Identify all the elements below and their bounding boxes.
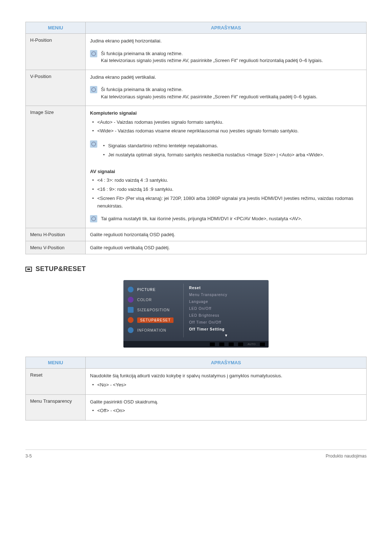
menu-desc: Galite reguliuoti vertikalią OSD padėtį. bbox=[86, 241, 367, 254]
down-arrow-icon: ▼ bbox=[189, 333, 263, 338]
osd-option: Reset bbox=[189, 284, 263, 291]
osd-menu-item: SIZE&POSITION bbox=[123, 305, 183, 315]
menu-desc: Galite reguliuoti horizontalią OSD padėt… bbox=[86, 228, 367, 241]
list-item: <No> - <Yes> bbox=[90, 381, 362, 389]
menu-desc: Galite pasirinkti OSD skaidrumą. <Off> -… bbox=[86, 394, 367, 420]
table-row: Image Size Kompiuterio signalai <Auto> -… bbox=[26, 106, 367, 228]
menu-desc: Judina ekrano padėtį vertikaliai. Ši fun… bbox=[86, 70, 367, 106]
nav-icon bbox=[219, 342, 224, 346]
page-section: Produkto naudojimas bbox=[326, 454, 367, 459]
nav-icon bbox=[260, 342, 265, 346]
osd-menu-item: SETUP&RESET bbox=[123, 315, 183, 325]
note-icon bbox=[90, 50, 97, 57]
osd-option: Off Timer On/Off bbox=[189, 319, 263, 326]
list-item: <Wide> - Vaizdas rodomas visame ekrane n… bbox=[90, 127, 362, 135]
osd-screenshot: PICTURE COLOR SIZE&POSITION SETUP&RESET … bbox=[123, 280, 269, 348]
list-item: <Off> - <On> bbox=[90, 407, 362, 415]
header-menu: MENIU bbox=[26, 22, 86, 34]
section-title: SETUP&RESET bbox=[25, 265, 367, 273]
menu-desc: Naudokite šią funkciją atkurti vaizdo ko… bbox=[86, 369, 367, 394]
table-row: Menu V-Position Galite reguliuoti vertik… bbox=[26, 241, 367, 254]
list-item: Jei nustatyta optimali skyra, formato sa… bbox=[101, 151, 362, 159]
osd-option: LED On/Off bbox=[189, 305, 263, 312]
table-row: Menu Transparency Galite pasirinkti OSD … bbox=[26, 394, 367, 420]
table-row: V-Position Judina ekrano padėtį vertikal… bbox=[26, 70, 367, 106]
osd-option: Menu Transparency bbox=[189, 291, 263, 298]
nav-icon bbox=[229, 342, 234, 346]
list-item: <4 : 3>: rodo vaizdą 4 :3 santykiu. bbox=[90, 177, 362, 184]
note-icon bbox=[90, 86, 97, 93]
list-item: <Auto> - Vaizdas rodomas įvesties signal… bbox=[90, 119, 362, 126]
note-icon bbox=[90, 140, 97, 148]
menu-name: Menu V-Position bbox=[26, 241, 86, 254]
list-item: Signalas standartinio režimo lentelėje n… bbox=[101, 142, 362, 150]
gear-icon bbox=[25, 267, 32, 272]
table-row: Reset Naudokite šią funkciją atkurti vai… bbox=[26, 369, 367, 394]
menu-name: Menu H-Position bbox=[26, 228, 86, 241]
menu-name: Menu Transparency bbox=[26, 394, 86, 420]
note-icon bbox=[90, 215, 97, 222]
header-desc: APRAŠYMAS bbox=[86, 357, 367, 369]
osd-menu-item: COLOR bbox=[123, 295, 183, 305]
menu-name: H-Position bbox=[26, 34, 86, 70]
menu-table-2: MENIU APRAŠYMAS Reset Naudokite šią funk… bbox=[25, 357, 367, 420]
menu-desc: Judina ekrano padėtį horizontaliai. Ši f… bbox=[86, 34, 367, 70]
menu-desc: Kompiuterio signalai <Auto> - Vaizdas ro… bbox=[86, 106, 367, 228]
header-menu: MENIU bbox=[26, 357, 86, 369]
list-item: <Screen Fit> (Per visą ekraną): jei 720P… bbox=[90, 195, 362, 210]
nav-icon bbox=[238, 342, 243, 346]
menu-name: Reset bbox=[26, 369, 86, 394]
osd-menu-item: PICTURE bbox=[123, 284, 183, 295]
menu-name: V-Position bbox=[26, 70, 86, 106]
osd-option: Language bbox=[189, 298, 263, 305]
menu-name: Image Size bbox=[26, 106, 86, 228]
osd-footer: AUTO bbox=[123, 341, 269, 348]
page-footer: 3-5 Produkto naudojimas bbox=[25, 450, 367, 459]
osd-option: LED Brightness bbox=[189, 312, 263, 319]
page-number: 3-5 bbox=[25, 454, 32, 459]
osd-menu-item: INFORMATION bbox=[123, 325, 183, 335]
list-item: <16 : 9>: rodo vaizdą 16 :9 santykiu. bbox=[90, 186, 362, 193]
menu-table-1: MENIU APRAŠYMAS H-Position Judina ekrano… bbox=[25, 22, 367, 254]
osd-option: Off Timer Setting bbox=[189, 326, 263, 333]
table-row: H-Position Judina ekrano padėtį horizont… bbox=[26, 34, 367, 70]
header-desc: APRAŠYMAS bbox=[86, 22, 367, 34]
table-row: Menu H-Position Galite reguliuoti horizo… bbox=[26, 228, 367, 241]
nav-icon bbox=[210, 342, 215, 346]
